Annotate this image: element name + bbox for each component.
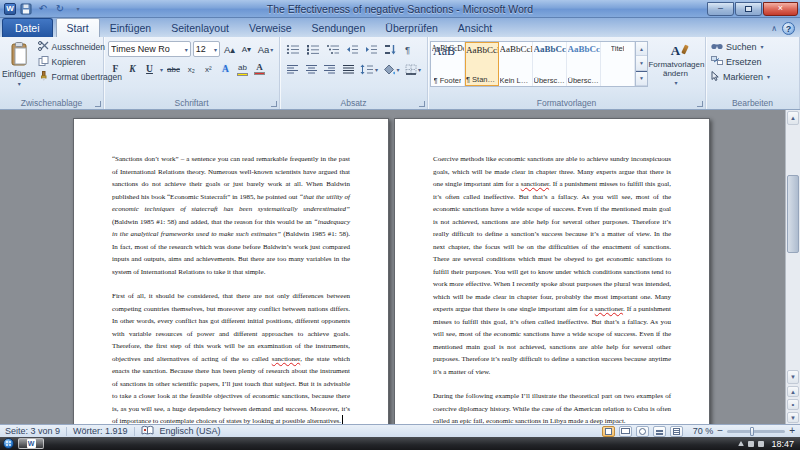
document-paragraph[interactable]: First of all, it should be considered, t… bbox=[112, 290, 350, 424]
tab-ansicht[interactable]: Ansicht bbox=[448, 19, 502, 37]
proofing-book-icon[interactable] bbox=[141, 425, 154, 437]
styles-scroll-up-icon[interactable]: ▲ bbox=[636, 42, 647, 56]
view-outline-button[interactable] bbox=[653, 426, 666, 437]
zoom-out-icon[interactable]: − bbox=[717, 426, 723, 436]
increase-indent-button[interactable] bbox=[363, 41, 380, 57]
minimize-button[interactable]: – bbox=[707, 2, 734, 16]
restore-button[interactable] bbox=[735, 2, 762, 16]
select-button[interactable]: Markieren ▾ bbox=[708, 69, 797, 84]
text-effects-button[interactable]: A bbox=[218, 61, 233, 77]
paste-button[interactable]: Einfügen ▾ bbox=[2, 39, 36, 95]
tab-start[interactable]: Start bbox=[56, 18, 100, 37]
tab-einfuegen[interactable]: Einfügen bbox=[100, 19, 161, 37]
scrollbar-track[interactable] bbox=[787, 126, 799, 369]
zoom-in-icon[interactable]: + bbox=[789, 426, 795, 436]
view-web-layout-button[interactable] bbox=[636, 426, 649, 437]
paragraph-dialog-launcher[interactable] bbox=[419, 101, 425, 107]
change-case-button[interactable]: Aa▾ bbox=[256, 41, 275, 57]
show-hidden-icons-icon[interactable] bbox=[738, 441, 744, 446]
align-center-button[interactable] bbox=[303, 61, 320, 77]
sort-button[interactable] bbox=[382, 41, 398, 57]
start-button[interactable] bbox=[3, 438, 14, 449]
taskbar-word-button[interactable]: W bbox=[18, 438, 44, 449]
style-standard[interactable]: AaBbCcDc ¶ Standard bbox=[465, 42, 499, 86]
browse-previous-icon[interactable]: ▲ bbox=[787, 386, 799, 397]
document-page-2[interactable]: Coercive methods like economic sanctions… bbox=[394, 118, 710, 424]
document-paragraph[interactable]: During the following example I’ll illust… bbox=[433, 390, 671, 424]
decrease-indent-button[interactable] bbox=[344, 41, 361, 57]
superscript-button[interactable]: x² bbox=[201, 61, 216, 77]
change-styles-button[interactable]: A Formatvorlagen ändern ▾ bbox=[648, 39, 703, 86]
clipboard-dialog-launcher[interactable] bbox=[95, 101, 101, 107]
shrink-font-button[interactable]: A▾ bbox=[239, 41, 254, 57]
tab-datei[interactable]: Datei bbox=[2, 18, 53, 37]
styles-scroll-down-icon[interactable]: ▼ bbox=[636, 56, 647, 70]
grow-font-button[interactable]: A▴ bbox=[222, 41, 237, 57]
browse-object-icon[interactable]: • bbox=[787, 399, 799, 410]
bold-button[interactable]: F bbox=[108, 61, 123, 77]
view-draft-button[interactable] bbox=[670, 426, 683, 437]
tab-seitenlayout[interactable]: Seitenlayout bbox=[161, 19, 239, 37]
font-size-dropdown-icon[interactable]: ▾ bbox=[214, 46, 217, 53]
help-icon[interactable]: ? bbox=[782, 22, 795, 35]
style-ueberschrift2[interactable]: AaBbCc. Überschrift 2 bbox=[567, 42, 601, 86]
strikethrough-button[interactable]: abc bbox=[165, 61, 182, 77]
subscript-button[interactable]: x₂ bbox=[184, 61, 199, 77]
highlight-button[interactable]: ab bbox=[235, 61, 250, 77]
styles-gallery-expand-icon[interactable]: ▼ bbox=[636, 71, 647, 86]
replace-button[interactable]: Ersetzen bbox=[708, 54, 797, 69]
word-count[interactable]: Wörter: 1.919 bbox=[73, 426, 128, 436]
numbering-button[interactable] bbox=[304, 41, 322, 57]
tab-sendungen[interactable]: Sendungen bbox=[302, 19, 376, 37]
borders-button[interactable]: ▾ bbox=[403, 61, 423, 77]
font-color-button[interactable]: A bbox=[252, 61, 267, 77]
language-indicator[interactable]: Englisch (USA) bbox=[160, 426, 221, 436]
ribbon-collapse-icon[interactable]: ∧ bbox=[771, 24, 777, 33]
font-size-select[interactable]: 12 ▾ bbox=[193, 41, 220, 57]
justify-button[interactable] bbox=[340, 61, 357, 77]
redo-icon[interactable]: ↻ bbox=[53, 2, 67, 16]
close-button[interactable]: × bbox=[763, 2, 798, 16]
scroll-down-icon[interactable]: ▼ bbox=[787, 370, 799, 384]
underline-dropdown-icon[interactable]: ▾ bbox=[160, 66, 163, 73]
view-fullscreen-button[interactable] bbox=[619, 426, 632, 437]
document-paragraph[interactable]: “Sanctions don’t work” – a sentence you … bbox=[112, 153, 350, 278]
view-print-layout-button[interactable] bbox=[602, 426, 615, 437]
qat-dropdown-icon[interactable]: ▾ bbox=[71, 2, 85, 16]
paste-dropdown-icon[interactable]: ▾ bbox=[18, 80, 21, 87]
zoom-level[interactable]: 70 % bbox=[693, 426, 714, 436]
browse-next-icon[interactable]: ▼ bbox=[787, 412, 799, 423]
zoom-slider[interactable] bbox=[727, 430, 785, 433]
style-titel[interactable]: AaB Titel bbox=[601, 42, 635, 86]
line-spacing-button[interactable]: ▾ bbox=[358, 61, 379, 77]
page-indicator[interactable]: Seite: 3 von 9 bbox=[5, 426, 60, 436]
network-icon[interactable] bbox=[748, 441, 754, 447]
align-left-button[interactable] bbox=[284, 61, 301, 77]
scroll-up-icon[interactable]: ▲ bbox=[787, 111, 799, 125]
document-page-1[interactable]: “Sanctions don’t work” – a sentence you … bbox=[73, 118, 389, 424]
save-icon[interactable] bbox=[19, 2, 33, 16]
styles-dialog-launcher[interactable] bbox=[697, 101, 703, 107]
multilevel-list-button[interactable] bbox=[324, 41, 342, 57]
tab-ueberpruefen[interactable]: Überprüfen bbox=[375, 19, 448, 37]
bullets-button[interactable] bbox=[284, 41, 302, 57]
undo-icon[interactable]: ↶ bbox=[36, 2, 50, 16]
font-family-select[interactable]: Times New Ro ▾ bbox=[108, 41, 191, 57]
align-right-button[interactable] bbox=[321, 61, 338, 77]
shading-button[interactable]: ▾ bbox=[382, 61, 402, 77]
find-button[interactable]: Suchen ▾ bbox=[708, 39, 797, 54]
font-dialog-launcher[interactable] bbox=[271, 101, 277, 107]
zoom-slider-thumb[interactable] bbox=[750, 427, 754, 436]
scrollbar-thumb[interactable] bbox=[787, 175, 799, 253]
volume-icon[interactable] bbox=[758, 441, 764, 447]
italic-button[interactable]: K bbox=[125, 61, 140, 77]
font-family-dropdown-icon[interactable]: ▾ bbox=[185, 46, 188, 53]
style-ueberschrift1[interactable]: AaBbCc. Überschrift 1 bbox=[533, 42, 567, 86]
taskbar-clock[interactable]: 18:47 bbox=[768, 439, 797, 449]
word-logo-icon[interactable]: W bbox=[4, 3, 16, 15]
show-formatting-button[interactable]: ¶ bbox=[400, 41, 415, 57]
tab-verweise[interactable]: Verweise bbox=[239, 19, 302, 37]
document-paragraph[interactable]: Coercive methods like economic sanctions… bbox=[433, 153, 671, 378]
vertical-scrollbar[interactable]: ▲ ▼ ▲ • ▼ bbox=[785, 110, 800, 424]
style-kein-leerraum[interactable]: AaBbCcDc Kein Leer... bbox=[499, 42, 533, 86]
